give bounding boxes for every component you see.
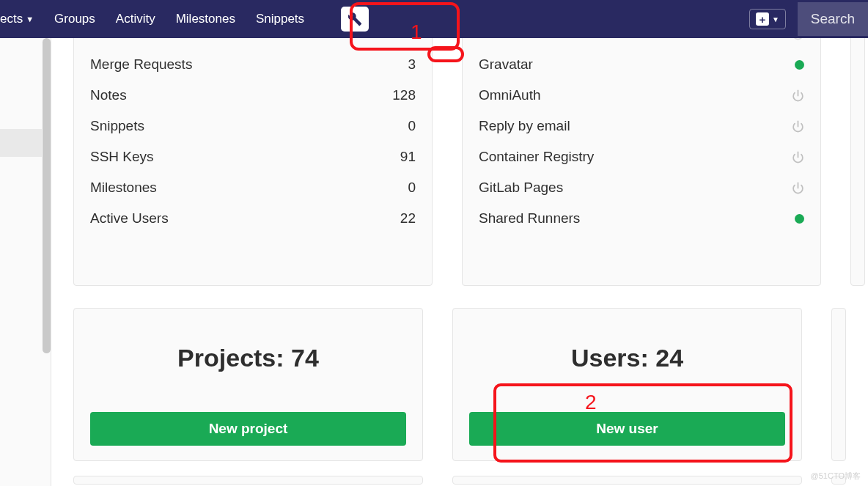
search-button[interactable]: Search bbox=[798, 2, 868, 36]
feature-row: OmniAuth bbox=[463, 80, 820, 111]
content: Issues 0 Merge Requests 3 Notes 128 Snip… bbox=[51, 38, 868, 486]
sidebar-active-item[interactable] bbox=[0, 129, 42, 157]
stat-label: Issues bbox=[90, 38, 130, 42]
feature-label: GitLab Pages bbox=[479, 180, 563, 196]
stat-label: Notes bbox=[90, 87, 127, 103]
stat-row: Notes 128 bbox=[74, 80, 432, 111]
power-off-icon bbox=[792, 182, 804, 194]
stat-row: SSH Keys 91 bbox=[74, 141, 432, 172]
plus-icon: + bbox=[756, 12, 769, 26]
stat-count: 0 bbox=[408, 118, 416, 134]
nav-groups-label: Groups bbox=[54, 12, 95, 26]
stat-row: Issues 0 bbox=[74, 38, 432, 49]
nav-right: + ▼ Search bbox=[749, 2, 856, 36]
feature-label: OmniAuth bbox=[479, 87, 540, 103]
stat-count: 3 bbox=[408, 56, 416, 73]
nav-activity[interactable]: Activity bbox=[116, 12, 155, 26]
new-dropdown-button[interactable]: + ▼ bbox=[749, 9, 786, 29]
new-user-button[interactable]: New user bbox=[469, 412, 785, 446]
nav-milestones-label: Milestones bbox=[176, 12, 235, 26]
projects-summary-card: Projects: 74 New project bbox=[73, 308, 423, 461]
summary-extra-peek bbox=[831, 308, 846, 461]
features-panel-right: LDAP Gravatar OmniAuth Reply by email bbox=[462, 38, 821, 286]
new-project-button[interactable]: New project bbox=[90, 412, 406, 446]
feature-row: Reply by email bbox=[463, 111, 820, 141]
nav-snippets-label: Snippets bbox=[256, 12, 304, 26]
users-summary-title: Users: 24 bbox=[469, 344, 785, 372]
nav-projects-label: ects bbox=[0, 12, 23, 26]
stat-row: Active Users 22 bbox=[74, 203, 432, 234]
stat-count: 0 bbox=[408, 38, 416, 42]
stat-label: SSH Keys bbox=[90, 149, 154, 165]
stat-label: Milestones bbox=[90, 180, 157, 196]
bottom-card-peek bbox=[73, 476, 423, 485]
projects-summary-title: Projects: 74 bbox=[90, 344, 406, 372]
stat-count: 128 bbox=[392, 87, 416, 103]
users-summary-card: Users: 24 New user bbox=[452, 308, 802, 461]
panel-extra-peek bbox=[850, 38, 865, 286]
feature-row: Container Registry bbox=[463, 141, 820, 172]
stat-label: Merge Requests bbox=[90, 56, 192, 73]
nav-activity-label: Activity bbox=[116, 12, 155, 26]
nav-left: ects ▼ Groups Activity Milestones Snippe… bbox=[12, 7, 369, 32]
feature-label: Container Registry bbox=[479, 149, 594, 165]
power-off-icon bbox=[792, 120, 804, 133]
stat-label: Active Users bbox=[90, 210, 169, 227]
nav-milestones[interactable]: Milestones bbox=[176, 12, 235, 26]
stat-count: 0 bbox=[408, 180, 416, 196]
feature-label: Gravatar bbox=[479, 56, 533, 73]
feature-row: GitLab Pages bbox=[463, 172, 820, 203]
chevron-down-icon: ▼ bbox=[26, 15, 34, 23]
power-off-icon bbox=[792, 89, 804, 102]
search-label: Search bbox=[811, 11, 855, 27]
nav-groups[interactable]: Groups bbox=[54, 12, 95, 26]
wrench-icon bbox=[347, 12, 362, 26]
stat-row: Milestones 0 bbox=[74, 172, 432, 203]
feature-label: Reply by email bbox=[479, 118, 570, 134]
chevron-down-icon: ▼ bbox=[772, 15, 779, 23]
power-off-icon bbox=[792, 151, 804, 163]
feature-label: LDAP bbox=[479, 38, 515, 42]
admin-wrench-button[interactable] bbox=[341, 7, 369, 32]
nav-snippets[interactable]: Snippets bbox=[256, 12, 304, 26]
stat-label: Snippets bbox=[90, 118, 144, 134]
nav-projects[interactable]: ects ▼ bbox=[0, 12, 34, 26]
stat-count: 22 bbox=[400, 210, 416, 227]
sidebar-scrollbar[interactable] bbox=[43, 38, 51, 353]
feature-row: Shared Runners bbox=[463, 203, 820, 234]
feature-row: Gravatar bbox=[463, 49, 820, 80]
navbar: ects ▼ Groups Activity Milestones Snippe… bbox=[0, 0, 868, 38]
stat-count: 91 bbox=[400, 149, 416, 165]
feature-row: LDAP bbox=[463, 38, 820, 49]
power-off-icon bbox=[792, 38, 804, 40]
watermark: @51CTO博客 bbox=[811, 471, 861, 482]
bottom-card-peek bbox=[452, 476, 802, 485]
feature-label: Shared Runners bbox=[479, 210, 580, 227]
stat-row: Snippets 0 bbox=[74, 111, 432, 141]
stats-panel-left: Issues 0 Merge Requests 3 Notes 128 Snip… bbox=[73, 38, 433, 286]
status-dot-on bbox=[795, 60, 804, 70]
status-dot-on bbox=[795, 214, 804, 224]
stat-row: Merge Requests 3 bbox=[74, 49, 432, 80]
